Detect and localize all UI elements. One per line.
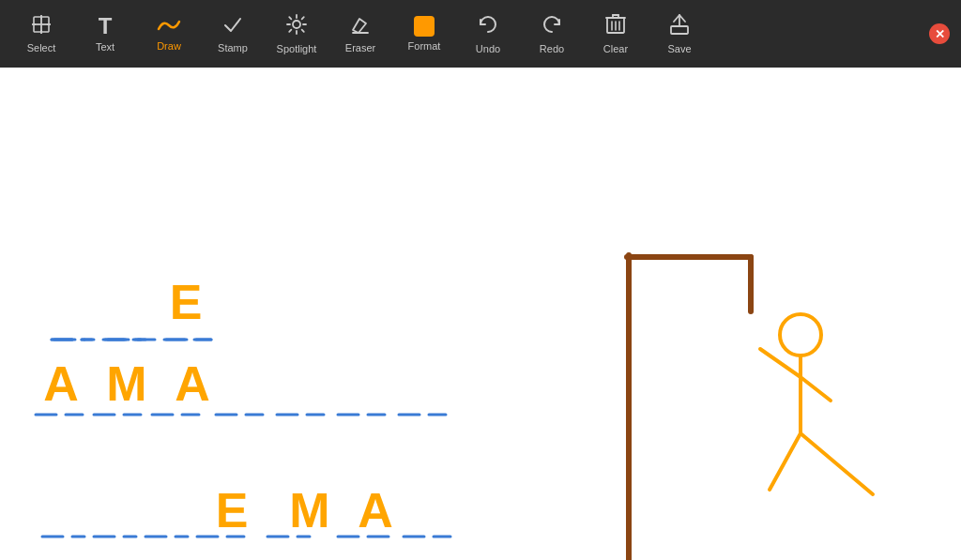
stamp-icon xyxy=(222,14,243,38)
eraser-label: Eraser xyxy=(345,42,375,53)
canvas-area[interactable] xyxy=(0,68,961,560)
toolbar: Select T Text Draw Stamp xyxy=(0,0,961,68)
text-label: Text xyxy=(96,41,114,53)
clear-icon xyxy=(605,13,626,39)
svg-line-10 xyxy=(289,17,291,19)
stamp-tool[interactable]: Stamp xyxy=(203,6,263,62)
svg-line-11 xyxy=(302,30,304,32)
text-tool[interactable]: T Text xyxy=(75,6,135,62)
svg-point-16 xyxy=(293,21,300,28)
undo-label: Undo xyxy=(476,43,500,54)
select-tool[interactable]: Select xyxy=(11,6,71,62)
stamp-label: Stamp xyxy=(218,42,248,53)
text-icon: T xyxy=(99,15,113,38)
save-icon xyxy=(669,13,690,39)
select-icon xyxy=(31,14,52,38)
format-icon xyxy=(414,16,435,37)
svg-rect-26 xyxy=(671,26,688,34)
draw-label: Draw xyxy=(157,40,181,52)
spotlight-tool[interactable]: Spotlight xyxy=(267,6,327,62)
clear-tool[interactable]: Clear xyxy=(586,6,646,62)
save-label: Save xyxy=(667,43,691,54)
spotlight-icon xyxy=(285,13,308,39)
draw-icon xyxy=(157,16,181,37)
svg-line-15 xyxy=(302,17,304,19)
spotlight-label: Spotlight xyxy=(277,43,317,54)
eraser-tool[interactable]: Eraser xyxy=(330,6,390,62)
clear-label: Clear xyxy=(603,43,628,54)
svg-line-14 xyxy=(289,30,291,32)
save-tool[interactable]: Save xyxy=(649,6,709,62)
select-label: Select xyxy=(27,42,56,53)
undo-tool[interactable]: Undo xyxy=(458,6,518,62)
close-icon: ✕ xyxy=(935,27,945,41)
redo-icon xyxy=(541,13,563,39)
drawing-canvas[interactable] xyxy=(0,68,961,560)
draw-tool[interactable]: Draw xyxy=(139,6,199,62)
format-label: Format xyxy=(408,40,441,52)
redo-label: Redo xyxy=(540,43,564,54)
eraser-icon xyxy=(350,14,371,38)
close-button[interactable]: ✕ xyxy=(929,23,950,44)
format-tool[interactable]: Format xyxy=(394,6,454,62)
redo-tool[interactable]: Redo xyxy=(522,6,582,62)
undo-icon xyxy=(477,13,499,39)
